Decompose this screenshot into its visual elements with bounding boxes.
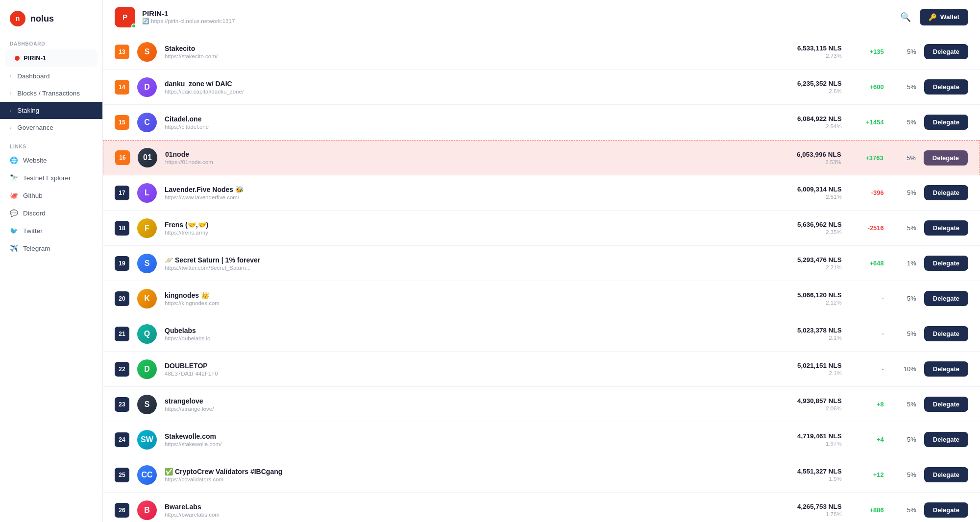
validator-change: +648 <box>850 260 884 267</box>
sidebar-item-label: Staking <box>17 107 39 114</box>
validator-change: +1454 <box>850 119 884 126</box>
table-row: 24 SW Stakewolle.com https://stakewolle.… <box>103 422 980 457</box>
delegate-button[interactable]: Delegate <box>924 115 968 130</box>
avatar: L <box>137 183 157 203</box>
stake-amount: 5,066,120 NLS <box>778 291 842 299</box>
validator-fee: 5% <box>892 506 916 514</box>
avatar: K <box>137 289 157 308</box>
stake-amount: 6,009,314 NLS <box>778 186 842 193</box>
sidebar-item-telegram[interactable]: ✈️ Telegram <box>0 239 102 257</box>
search-button[interactable]: 🔍 <box>897 9 914 25</box>
delegate-button[interactable]: Delegate <box>924 185 968 200</box>
rank-badge: 26 <box>115 503 129 518</box>
validator-info: ✅ CryptoCrew Validators #IBCgang https:/… <box>165 468 770 482</box>
table-row: 18 F Frens (🤝,🤝) https://frens.army 5,63… <box>103 211 980 246</box>
avatar: CC <box>137 465 157 485</box>
validator-stake: 5,066,120 NLS 2.12% <box>778 291 842 306</box>
stake-amount: 5,636,962 NLS <box>778 221 842 228</box>
validator-info: strangelove https://strange.love/ <box>165 397 770 412</box>
rank-badge: 13 <box>115 45 129 59</box>
dashboard-section-label: DASHBOARD <box>0 37 102 48</box>
validator-name: Stakecito <box>165 45 770 52</box>
sidebar-item-github[interactable]: 🐙 Github <box>0 187 102 204</box>
table-row: 26 B BwareLabs https://bwarelabs.com 4,2… <box>103 493 980 522</box>
validator-stake: 6,009,314 NLS 2.51% <box>778 186 842 200</box>
validator-info: Citadel.one https://citadel.one <box>165 115 770 130</box>
validator-stake: 5,023,378 NLS 2.1% <box>778 327 842 341</box>
topbar-network-info: PIRIN-1 🔄 https://pirin-cl.nolus.network… <box>142 9 235 24</box>
validator-fee: 5% <box>892 224 916 232</box>
sidebar-item-website[interactable]: 🌐 Website <box>0 151 102 169</box>
validator-info: BwareLabs https://bwarelabs.com <box>165 503 770 518</box>
rank-badge: 21 <box>115 327 129 341</box>
validator-change: +3763 <box>849 154 883 162</box>
validator-url: https://ccvalidators.com <box>165 476 770 482</box>
delegate-button[interactable]: Delegate <box>924 361 968 377</box>
validator-fee: 1% <box>892 260 916 267</box>
delegate-button[interactable]: Delegate <box>924 291 968 306</box>
validator-change: +886 <box>850 506 884 514</box>
delegate-button[interactable]: Delegate <box>924 256 968 271</box>
delegate-button[interactable]: Delegate <box>924 432 968 447</box>
validator-change: -2516 <box>850 224 884 232</box>
sidebar-item-blocks-transactions[interactable]: › Blocks / Transactions <box>0 85 102 102</box>
search-icon: 🔍 <box>900 12 911 22</box>
sidebar-network-name: PIRIN-1 <box>24 54 46 62</box>
wallet-button[interactable]: 🔑 Wallet <box>920 9 968 25</box>
sidebar-item-dashboard[interactable]: › Dashboard <box>0 68 102 85</box>
sidebar: n nolus DASHBOARD PIRIN-1 › Dashboard › … <box>0 0 103 522</box>
table-row: 16 01 01node https://01node.com 6,053,99… <box>103 140 980 175</box>
delegate-button[interactable]: Delegate <box>924 79 968 95</box>
stake-amount: 4,930,857 NLS <box>778 397 842 404</box>
avatar: SW <box>137 430 157 450</box>
sidebar-item-twitter[interactable]: 🐦 Twitter <box>0 222 102 239</box>
stake-percent: 1.9% <box>778 476 842 482</box>
rank-badge: 23 <box>115 397 129 412</box>
stake-amount: 6,235,352 NLS <box>778 80 842 87</box>
avatar: B <box>137 500 157 520</box>
sidebar-item-governance[interactable]: › Governance <box>0 119 102 136</box>
validator-info: Qubelabs https://qubelabs.io <box>165 327 770 341</box>
stake-amount: 5,293,476 NLS <box>778 256 842 263</box>
stake-amount: 4,551,327 NLS <box>778 468 842 475</box>
sync-icon: 🔄 <box>142 18 149 24</box>
validator-name: danku_zone w/ DAIC <box>165 80 770 88</box>
sidebar-item-testnet-explorer[interactable]: 🔭 Testnet Explorer <box>0 169 102 187</box>
validator-stake: 5,021,151 NLS 2.1% <box>778 362 842 376</box>
validator-change: - <box>850 295 884 302</box>
twitter-icon: 🐦 <box>10 227 18 235</box>
rank-badge: 16 <box>115 150 130 165</box>
validator-fee: 5% <box>892 401 916 408</box>
validator-fee: 5% <box>892 471 916 478</box>
sidebar-item-label: Governance <box>17 124 53 131</box>
sidebar-item-staking[interactable]: › Staking <box>0 102 102 119</box>
validator-stake: 4,930,857 NLS 2.06% <box>778 397 842 411</box>
delegate-button[interactable]: Delegate <box>924 502 968 518</box>
delegate-button[interactable]: Delegate <box>924 397 968 412</box>
validator-change: +4 <box>850 436 884 443</box>
delegate-button[interactable]: Delegate <box>924 220 968 236</box>
sidebar-item-discord[interactable]: 💬 Discord <box>0 204 102 222</box>
sidebar-item-label: Dashboard <box>17 72 49 80</box>
stake-percent: 2.6% <box>778 88 842 94</box>
delegate-button[interactable]: Delegate <box>924 326 968 341</box>
avatar: F <box>137 218 157 238</box>
sidebar-item-label: Telegram <box>23 245 50 252</box>
delegate-button[interactable]: Delegate <box>924 467 968 482</box>
content-area: 13 S Stakecito https://stakecito.com/ 6,… <box>103 34 980 522</box>
validator-stake: 6,053,996 NLS 2.53% <box>778 151 841 165</box>
validator-fee: 10% <box>892 365 916 373</box>
validator-name: Frens (🤝,🤝) <box>165 221 770 229</box>
table-row: 19 S 🪐 Secret Saturn | 1% forever https:… <box>103 246 980 281</box>
topbar-right: 🔍 🔑 Wallet <box>897 9 968 25</box>
sidebar-network-item[interactable]: PIRIN-1 <box>5 49 98 67</box>
validator-stake: 5,293,476 NLS 2.21% <box>778 256 842 270</box>
validator-name: DOUBLETOP <box>165 362 770 370</box>
validator-url: https://strange.love/ <box>165 406 770 412</box>
discord-icon: 💬 <box>10 209 18 217</box>
stake-percent: 2.21% <box>778 264 842 270</box>
validator-fee: 5% <box>892 330 916 337</box>
avatar: S <box>137 254 157 273</box>
delegate-button[interactable]: Delegate <box>924 44 968 59</box>
delegate-button[interactable]: Delegate <box>924 150 968 166</box>
